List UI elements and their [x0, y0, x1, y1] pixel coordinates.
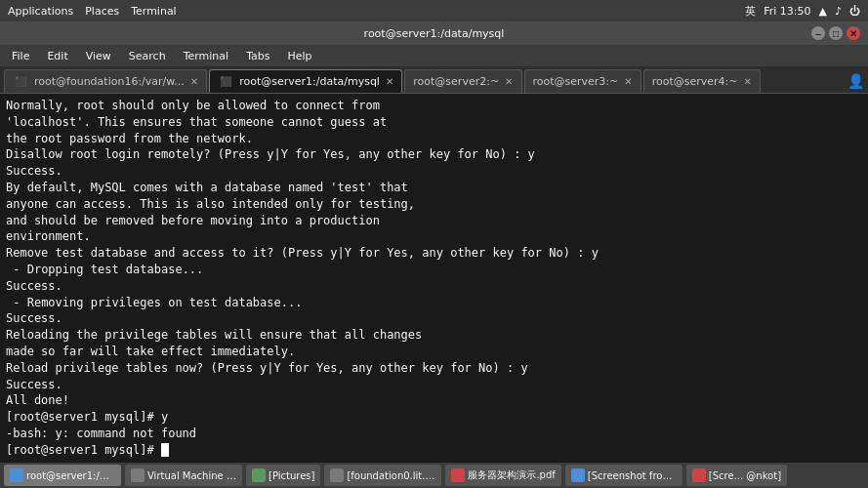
taskbar-item-icon [692, 468, 706, 482]
system-bar-right: 英 Fri 13:50 ▲ ♪ ⏻ [745, 4, 860, 19]
terminal-line: - Dropping test database... [6, 262, 862, 278]
menu-search[interactable]: Search [121, 48, 174, 64]
terminal-line: -bash: y: command not found [6, 426, 862, 442]
power-icon: ⏻ [849, 5, 860, 18]
maximize-button[interactable]: □ [829, 26, 843, 40]
terminal-line: environment. [6, 228, 862, 245]
tab-2-label: root@server1:/data/mysql [239, 75, 380, 88]
close-button[interactable]: ✕ [847, 26, 860, 40]
system-bar: Applications Places Terminal 英 Fri 13:50… [0, 0, 868, 21]
terminal-body[interactable]: Normally, root should only be allowed to… [0, 94, 868, 463]
applications-menu[interactable]: Applications [8, 5, 73, 18]
taskbar-item-label: [Pictures] [269, 470, 314, 481]
menu-view[interactable]: View [78, 48, 119, 64]
tab-5-label: root@server4:~ [652, 75, 738, 88]
clock: Fri 13:50 [764, 5, 810, 18]
terminal-line: Remove test database and access to it? (… [6, 245, 862, 262]
menu-file[interactable]: File [4, 48, 37, 64]
menu-terminal[interactable]: Terminal [176, 48, 237, 64]
taskbar-item-label: root@server1:/data/m... [26, 470, 115, 481]
tab-1-close[interactable]: ✕ [190, 76, 198, 87]
tab-3-label: root@server2:~ [413, 75, 499, 88]
menu-edit[interactable]: Edit [39, 48, 75, 64]
wifi-icon: ▲ [819, 5, 827, 18]
taskbar-item-icon [131, 468, 145, 482]
volume-icon: ♪ [835, 5, 842, 18]
taskbar-item-t5[interactable]: 服务器架构演示.pdf [445, 465, 560, 486]
taskbar-item-label: [foundation0.lit.exampl... [347, 470, 435, 481]
terminal-line: All done! [6, 392, 862, 409]
taskbar-item-t2[interactable]: Virtual Machine Manag... [125, 465, 242, 486]
terminal-line: - Removing privileges on test database..… [6, 295, 862, 311]
tab-5-close[interactable]: ✕ [743, 76, 751, 87]
taskbar-item-label: 服务器架构演示.pdf [468, 468, 555, 482]
taskbar-item-t4[interactable]: [foundation0.lit.exampl... [324, 465, 441, 486]
terminal-line: Success. [6, 310, 862, 327]
terminal-line: Reload privilege tables now? (Press y|Y … [6, 360, 862, 377]
terminal-line: Disallow root login remotely? (Press y|Y… [6, 146, 862, 163]
terminal-line: Success. [6, 163, 862, 180]
tab-2-icon: ⬛ [218, 74, 233, 90]
terminal-line: [root@server1 mysql]# [6, 442, 862, 459]
taskbar-item-t3[interactable]: [Pictures] [246, 465, 320, 486]
taskbar-item-label: Virtual Machine Manag... [147, 470, 236, 481]
tab-3[interactable]: root@server2:~ ✕ [404, 69, 521, 93]
taskbar-item-label: [Scre... @nkot] [709, 470, 781, 481]
taskbar-item-icon [252, 468, 266, 482]
tab-2[interactable]: ⬛ root@server1:/data/mysql ✕ [209, 69, 402, 93]
terminal-line: Reloading the privilege tables will ensu… [6, 327, 862, 344]
tab-4-close[interactable]: ✕ [624, 76, 632, 87]
terminal-cursor [161, 443, 169, 457]
terminal-line: made so far will take effect immediately… [6, 344, 862, 360]
window-titlebar: root@server1:/data/mysql – □ ✕ [0, 21, 868, 45]
taskbar-item-label: [Screenshot from 202... [588, 470, 677, 481]
taskbar-item-t1[interactable]: root@server1:/data/m... [4, 465, 121, 486]
user-icon: 👤 [847, 73, 864, 89]
taskbar: root@server1:/data/m...Virtual Machine M… [0, 463, 868, 488]
tab-2-close[interactable]: ✕ [386, 76, 393, 87]
tab-4-label: root@server3:~ [533, 75, 619, 88]
taskbar-item-icon [451, 468, 465, 482]
tab-1-icon: ⬛ [13, 74, 28, 90]
tab-1-label: root@foundation16:/var/w... [34, 75, 185, 88]
taskbar-item-icon [330, 468, 344, 482]
taskbar-item-icon [571, 468, 585, 482]
taskbar-item-t6[interactable]: [Screenshot from 202... [565, 465, 682, 486]
window-controls: – □ ✕ [811, 26, 860, 40]
terminal-line: Success. [6, 278, 862, 295]
tab-5[interactable]: root@server4:~ ✕ [643, 69, 761, 93]
tab-4[interactable]: root@server3:~ ✕ [524, 69, 641, 93]
terminal-line: Normally, root should only be allowed to… [6, 98, 862, 114]
terminal-line: anyone can access. This is also intended… [6, 196, 862, 213]
language-indicator: 英 [745, 4, 756, 19]
minimize-button[interactable]: – [811, 26, 825, 40]
terminal-line: the root password from the network. [6, 131, 862, 147]
menu-bar: File Edit View Search Terminal Tabs Help [0, 45, 868, 66]
tab-bar: ⬛ root@foundation16:/var/w... ✕ ⬛ root@s… [0, 66, 868, 94]
terminal-line: [root@server1 mysql]# y [6, 409, 862, 426]
terminal-line: and should be removed before moving into… [6, 213, 862, 229]
terminal-line: By default, MySQL comes with a database … [6, 180, 862, 196]
terminal-menu[interactable]: Terminal [131, 5, 177, 18]
terminal-line: 'localhost'. This ensures that someone c… [6, 114, 862, 131]
menu-help[interactable]: Help [280, 48, 320, 64]
menu-tabs[interactable]: Tabs [238, 48, 277, 64]
taskbar-item-t7[interactable]: [Scre... @nkot] [686, 465, 787, 486]
window-title: root@server1:/data/mysql [57, 27, 811, 40]
terminal-line: Success. [6, 377, 862, 393]
taskbar-item-icon [10, 468, 23, 482]
places-menu[interactable]: Places [85, 5, 119, 18]
system-bar-left: Applications Places Terminal [8, 5, 177, 18]
tab-3-close[interactable]: ✕ [505, 76, 513, 87]
tab-1[interactable]: ⬛ root@foundation16:/var/w... ✕ [4, 69, 207, 93]
